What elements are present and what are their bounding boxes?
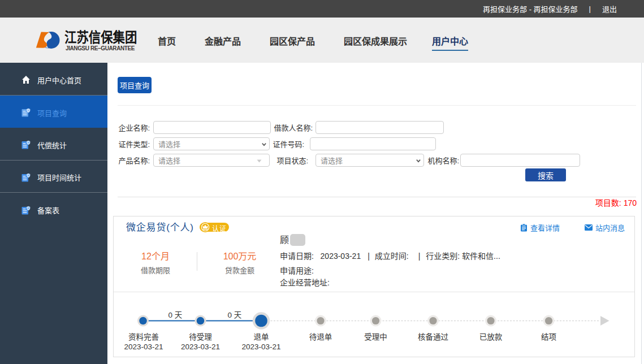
svg-text:2023-03-21: 2023-03-21 (181, 343, 220, 351)
svg-text:待退单: 待退单 (309, 333, 332, 341)
svg-text:0 天: 0 天 (228, 311, 242, 319)
svg-text:资料完善: 资料完善 (128, 333, 159, 341)
svg-text:0 天: 0 天 (168, 311, 183, 319)
svg-text:已放款: 已放款 (479, 333, 503, 341)
svg-text:退单: 退单 (254, 333, 269, 341)
svg-text:受理中: 受理中 (364, 333, 387, 341)
svg-text:2023-03-21: 2023-03-21 (124, 343, 163, 351)
svg-text:结项: 结项 (541, 333, 556, 341)
svg-text:2023-03-21: 2023-03-21 (241, 343, 280, 351)
svg-text:核备通过: 核备通过 (418, 332, 448, 341)
svg-text:待受理: 待受理 (189, 333, 212, 341)
